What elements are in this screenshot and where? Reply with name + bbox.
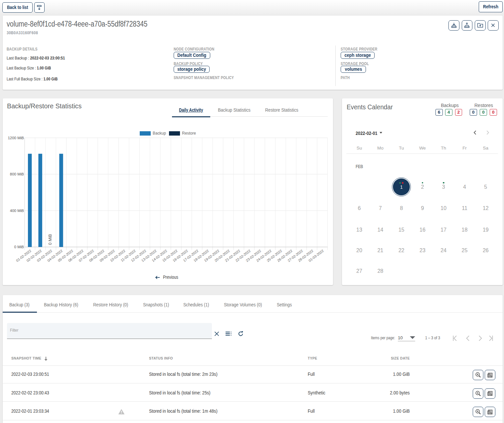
svg-text:0 MiB: 0 MiB <box>14 245 24 249</box>
svg-text:800 MiB: 800 MiB <box>10 172 24 176</box>
svg-text:400 MiB: 400 MiB <box>10 209 24 213</box>
svg-text:0 MiB: 0 MiB <box>48 234 53 245</box>
svg-text:1200 MiB: 1200 MiB <box>8 136 24 140</box>
